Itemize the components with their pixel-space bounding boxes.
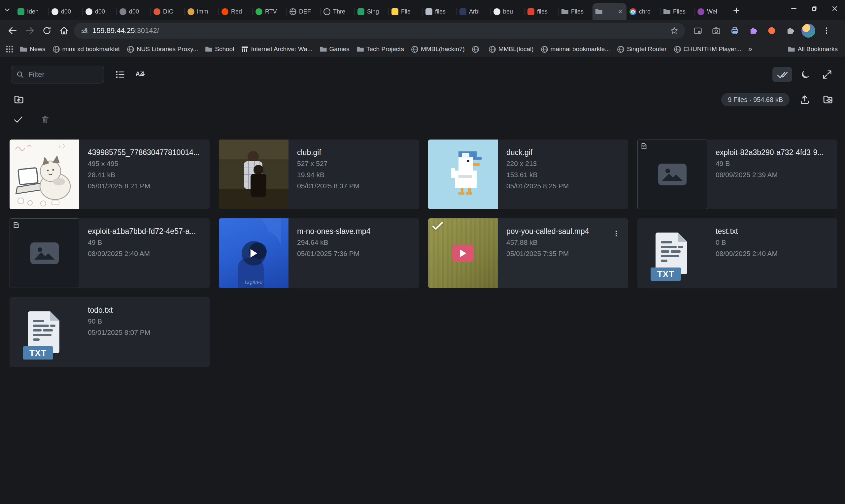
browser-tab[interactable]: imm <box>184 3 218 20</box>
new-tab-button[interactable] <box>728 3 744 18</box>
back-button[interactable] <box>4 22 21 39</box>
bookmark-item[interactable]: Games <box>316 43 353 55</box>
camera-icon[interactable] <box>709 23 723 38</box>
tab-scroll-button[interactable] <box>0 0 15 20</box>
close-button[interactable] <box>825 0 845 17</box>
file-card[interactable]: TXT test.txt 0 B 08/09/2025 2:40 AM <box>637 218 838 288</box>
file-card[interactable]: 439985755_778630477810014... 495 x 495 2… <box>10 140 210 209</box>
profile-avatar[interactable] <box>802 24 815 38</box>
browser-tab[interactable]: d00 <box>49 3 83 20</box>
browser-tab[interactable]: files <box>525 3 559 20</box>
bookmark-item[interactable]: Internet Archive: Wa... <box>237 43 316 55</box>
browser-tab[interactable]: d00 <box>83 3 117 20</box>
bookmarks-overflow-chevron[interactable]: » <box>745 45 756 53</box>
file-card[interactable]: exploit-82a3b290-a732-4fd3-9... 49 B 08/… <box>637 140 838 209</box>
text-file-thumbnail[interactable]: TXT <box>637 218 707 288</box>
folder-up-icon <box>13 94 24 105</box>
bookmark-icon <box>20 46 27 53</box>
sort-alphabetical-button[interactable]: AZ <box>132 67 149 83</box>
upload-button[interactable] <box>797 92 813 108</box>
broken-image-thumbnail[interactable] <box>10 218 79 288</box>
bookmark-item[interactable]: CHUNITHM Player... <box>670 43 745 55</box>
all-bookmarks[interactable]: All Bookmarks <box>788 46 840 53</box>
picture-in-picture-icon[interactable] <box>690 23 705 38</box>
text-file-thumbnail[interactable]: TXT <box>10 297 79 367</box>
browser-menu-icon[interactable] <box>819 23 834 38</box>
video-thumbnail[interactable] <box>428 218 498 288</box>
site-info-icon[interactable] <box>81 27 88 35</box>
browser-tab[interactable]: chro <box>627 3 661 20</box>
address-bar[interactable]: 159.89.44.25:30142/ <box>74 23 685 39</box>
bookmark-item[interactable]: Tech Projects <box>353 43 408 55</box>
select-all-button[interactable] <box>772 67 792 82</box>
file-card[interactable]: TXT todo.txt 90 B 05/01/2025 8:07 PM <box>10 297 210 367</box>
list-view-toggle[interactable] <box>111 67 129 83</box>
browser-tab[interactable]: files <box>423 3 457 20</box>
forward-button[interactable] <box>21 22 38 39</box>
browser-tab[interactable] <box>593 3 627 20</box>
check-icon <box>13 114 23 125</box>
folder-settings-button[interactable] <box>820 92 836 108</box>
play-button-overlay[interactable] <box>242 241 266 266</box>
home-button[interactable] <box>55 22 73 39</box>
restore-button[interactable] <box>804 0 825 17</box>
file-name: exploit-82a3b290-a732-4fd3-9... <box>716 147 824 158</box>
confirm-selection-button[interactable] <box>11 112 25 127</box>
tab-close-icon[interactable] <box>617 8 623 15</box>
refresh-button[interactable] <box>38 22 55 39</box>
bookmark-item[interactable]: MMBL(hackin7) <box>408 43 469 55</box>
delete-button[interactable] <box>38 112 52 127</box>
browser-tab[interactable]: Iden <box>15 3 49 20</box>
bookmark-item[interactable]: Singtel Router <box>614 43 670 55</box>
file-card[interactable]: club.gif 527 x 527 19.94 kB 05/01/2025 8… <box>219 140 419 209</box>
browser-tab[interactable]: Arbi <box>457 3 491 20</box>
bookmark-item[interactable]: maimai bookmarkle... <box>538 43 614 55</box>
extension-orange-icon[interactable] <box>764 23 779 38</box>
broken-image-icon <box>640 143 648 150</box>
bookmark-item[interactable] <box>469 43 485 55</box>
file-card-selected[interactable]: pov-you-called-saul.mp4 457.88 kB 05/01/… <box>428 218 628 288</box>
play-button-overlay[interactable] <box>452 245 474 262</box>
bookmarks-bar: News mimi xd bookmarklet NUS Libraries P… <box>0 41 845 57</box>
browser-tab[interactable]: Thre <box>320 3 354 20</box>
browser-tab[interactable]: beu <box>491 3 525 20</box>
broken-image-thumbnail[interactable] <box>637 140 707 209</box>
image-thumbnail[interactable] <box>10 140 79 209</box>
fullscreen-button[interactable] <box>818 67 836 82</box>
file-date: 05/01/2025 8:37 PM <box>297 180 359 192</box>
play-icon <box>459 249 467 258</box>
video-thumbnail[interactable]: fugitive <box>219 218 288 288</box>
browser-tab[interactable]: d00 <box>117 3 151 20</box>
tab-title: Files <box>673 8 691 15</box>
bookmark-item[interactable]: mimi xd bookmarklet <box>49 43 123 55</box>
image-thumbnail[interactable] <box>428 140 498 209</box>
bookmark-item[interactable]: MMBL(local) <box>485 43 538 55</box>
parent-directory-button[interactable] <box>11 92 27 108</box>
browser-tab[interactable]: RTV <box>252 3 286 20</box>
browser-tab[interactable]: Red <box>218 3 252 20</box>
extensions-puzzle-icon[interactable] <box>783 23 797 38</box>
browser-tab[interactable]: Files <box>559 3 593 20</box>
browser-tab[interactable]: Wel <box>694 3 728 20</box>
browser-tab[interactable]: DEF <box>286 3 320 20</box>
browser-tab[interactable]: DIC <box>151 3 184 20</box>
file-card[interactable]: exploit-a1ba7bbd-fd72-4e57-a... 49 B 08/… <box>10 218 210 288</box>
file-menu-button[interactable] <box>611 227 621 240</box>
filter-input[interactable] <box>28 70 99 79</box>
printer-icon[interactable] <box>727 23 742 38</box>
file-card[interactable]: duck.gif 220 x 213 153.61 kB 05/01/2025 … <box>428 140 628 209</box>
theme-toggle-button[interactable] <box>797 67 814 82</box>
extension-puzzle-purple-icon[interactable] <box>746 23 760 38</box>
bookmark-item[interactable]: School <box>202 43 237 55</box>
bookmark-item[interactable]: News <box>17 43 49 55</box>
browser-tab[interactable]: File <box>388 3 423 20</box>
browser-tab[interactable]: Sing <box>354 3 388 20</box>
image-thumbnail[interactable] <box>219 140 288 209</box>
file-card[interactable]: fugitive m-no-ones-slave.mp4 294.64 kB 0… <box>219 218 419 288</box>
tab-favicon <box>425 8 433 15</box>
minimize-button[interactable] <box>784 0 804 17</box>
bookmark-star-icon[interactable] <box>670 26 679 35</box>
browser-tab[interactable]: Files <box>661 3 694 20</box>
bookmark-item[interactable]: NUS Libraries Proxy... <box>123 43 202 55</box>
apps-grid-icon[interactable] <box>6 46 13 53</box>
